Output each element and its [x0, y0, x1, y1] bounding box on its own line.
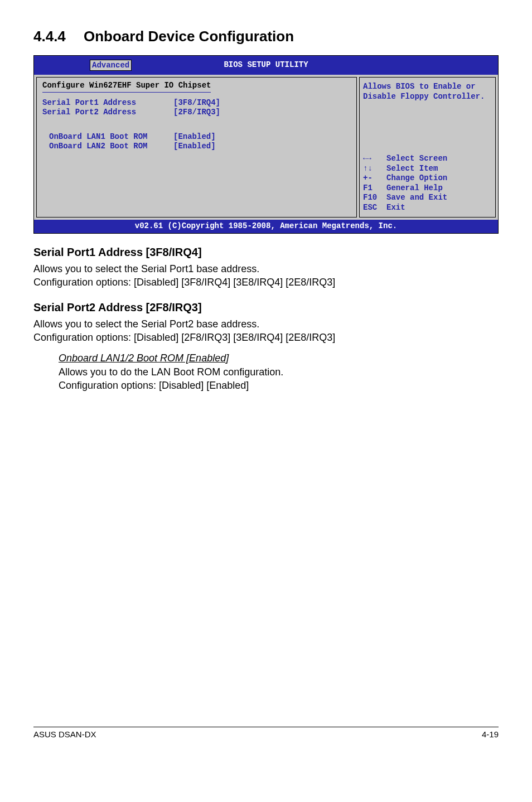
nav-key: ESC	[363, 203, 386, 213]
body-text: Configuration options: [Disabled] [Enabl…	[59, 379, 499, 392]
bios-title: BIOS SETUP UTILITY	[224, 60, 308, 70]
setting-label: OnBoard LAN2 Boot ROM	[42, 142, 173, 152]
body-text: Configuration options: [Disabled] [2F8/I…	[33, 331, 499, 344]
setting-value: [3F8/IRQ4]	[173, 98, 220, 108]
setting-label: OnBoard LAN1 Boot ROM	[42, 132, 173, 142]
nav-row: +-Change Option	[363, 173, 492, 183]
setting-label: Serial Port2 Address	[42, 108, 173, 118]
bios-setting-row: Serial Port2 Address [2F8/IRQ3]	[42, 108, 351, 118]
bios-setting-row: OnBoard LAN2 Boot ROM [Enabled]	[42, 142, 351, 152]
bios-help-text: Allows BIOS to Enable or Disable Floppy …	[363, 82, 492, 102]
heading-number: 4.4.4	[33, 28, 84, 45]
bios-nav-help: ←→Select Screen ↑↓Select Item +-Change O…	[363, 154, 492, 212]
subsection-heading: Serial Port1 Address [3F8/IRQ4]	[33, 246, 499, 259]
nav-row: ←→Select Screen	[363, 154, 492, 164]
nav-label: Select Item	[386, 164, 438, 174]
bios-right-pane: Allows BIOS to Enable or Disable Floppy …	[359, 77, 496, 218]
nav-label: Save and Exit	[386, 193, 447, 203]
body-text: Configuration options: [Disabled] [3F8/I…	[33, 276, 499, 289]
bios-setting-row: OnBoard LAN1 Boot ROM [Enabled]	[42, 132, 351, 142]
nav-key: F1	[363, 183, 386, 194]
nav-label: General Help	[386, 183, 443, 194]
setting-value: [2F8/IRQ3]	[173, 108, 220, 118]
nav-key: ←→	[363, 154, 386, 164]
subsection-heading: Serial Port2 Address [2F8/IRQ3]	[33, 301, 499, 314]
bios-footer: v02.61 (C)Copyright 1985-2008, American …	[34, 220, 498, 233]
bios-tab-advanced: Advanced	[90, 60, 132, 71]
bios-header: BIOS SETUP UTILITY Advanced	[34, 56, 498, 75]
footer-left: ASUS DSAN-DX	[33, 729, 96, 739]
nav-label: Exit	[386, 203, 405, 213]
nav-label: Select Screen	[386, 154, 447, 164]
footer-right: 4-19	[482, 729, 499, 739]
bios-setting-row: Serial Port1 Address [3F8/IRQ4]	[42, 98, 351, 108]
setting-label: Serial Port1 Address	[42, 98, 173, 108]
nav-row: F1General Help	[363, 183, 492, 194]
bios-screenshot: BIOS SETUP UTILITY Advanced Configure Wi…	[33, 55, 499, 234]
page-footer: ASUS DSAN-DX 4-19	[33, 727, 499, 739]
nav-row: ↑↓Select Item	[363, 164, 492, 174]
nav-key: ↑↓	[363, 164, 386, 174]
setting-value: [Enabled]	[173, 142, 216, 152]
body-text: Allows you to select the Serial Port2 ba…	[33, 317, 499, 331]
setting-value: [Enabled]	[173, 132, 216, 142]
heading-title: Onboard Device Configuration	[84, 28, 294, 45]
section-heading: 4.4.4Onboard Device Configuration	[33, 28, 499, 45]
nav-row: F10Save and Exit	[363, 193, 492, 203]
nav-key: F10	[363, 193, 386, 203]
bios-left-pane: Configure Win627EHF Super IO Chipset Ser…	[36, 77, 357, 218]
body-text: Allows you to select the Serial Port1 ba…	[33, 262, 499, 276]
nav-label: Change Option	[386, 173, 447, 183]
nav-key: +-	[363, 173, 386, 183]
sub-heading-italic: Onboard LAN1/2 Boot ROM [Enabled]	[59, 352, 499, 364]
bios-section-title: Configure Win627EHF Super IO Chipset	[42, 81, 211, 93]
nav-row: ESCExit	[363, 203, 492, 213]
body-text: Allows you to do the LAN Boot ROM config…	[59, 365, 499, 379]
